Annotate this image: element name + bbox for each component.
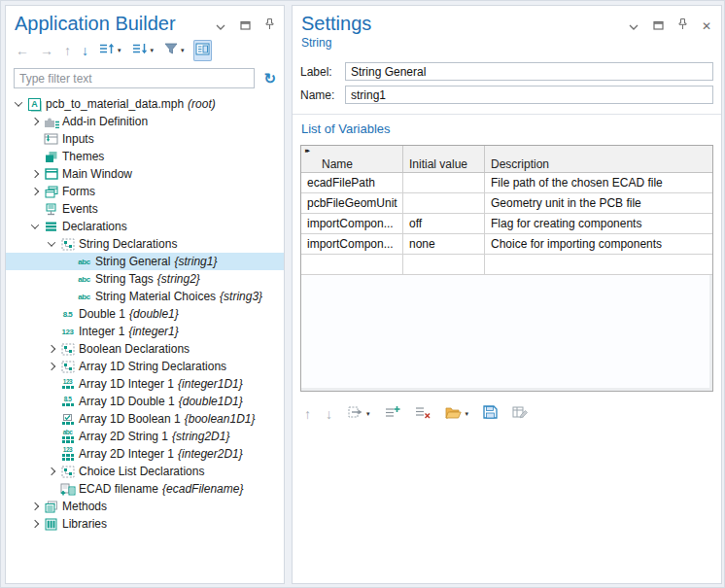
dropdown-caret-icon[interactable]: ▾ <box>151 47 155 54</box>
dropdown-caret-icon[interactable]: ▾ <box>181 47 185 54</box>
add-row-button[interactable] <box>383 403 402 425</box>
show-in-model-builder-button[interactable] <box>193 40 212 61</box>
expander-icon[interactable] <box>12 101 25 107</box>
tree-item[interactable]: Main Window <box>6 165 284 183</box>
name-input[interactable] <box>345 86 713 104</box>
tree-item[interactable]: Add-in Definition <box>6 113 284 130</box>
tree-item-label: String Material Choices <box>95 290 216 303</box>
table-cell[interactable]: Flag for creating components <box>485 214 712 233</box>
forward-button[interactable]: → <box>38 40 55 61</box>
tree-item[interactable]: abcString Material Choices{string3} <box>6 288 284 305</box>
tree-item[interactable]: Array 1D Boolean 1{boolean1D1} <box>6 410 284 428</box>
tree-item[interactable]: 123Integer 1{integer1} <box>6 323 284 340</box>
tree-item-label: String Tags <box>95 272 154 286</box>
expander-icon[interactable] <box>28 503 42 509</box>
settings-window-controls: ✕ <box>627 18 713 32</box>
tree-item[interactable]: Choice List Declarations <box>6 463 284 480</box>
load-from-file-button[interactable]: ▾ <box>443 403 471 425</box>
move-up-button[interactable]: ↑ <box>62 40 73 61</box>
tree-item-tag: {string2} <box>157 272 200 286</box>
tree-item[interactable]: String Declarations <box>6 235 284 253</box>
save-to-file-button[interactable] <box>481 403 500 425</box>
arrow-down-icon: ↓ <box>326 405 332 423</box>
tree-item[interactable]: 123Array 2D Integer 1{integer2D1} <box>6 445 284 463</box>
tree-item-tag: {double1} <box>129 307 179 321</box>
table-cell[interactable]: off <box>403 214 485 233</box>
table-cell[interactable]: ecadFilePath <box>301 173 403 192</box>
maximize-settings-button[interactable] <box>651 18 665 32</box>
expander-icon[interactable] <box>28 119 42 124</box>
tree-item[interactable]: Declarations <box>6 218 284 235</box>
expander-icon[interactable] <box>28 171 42 177</box>
tree-item-label: pcb_to_material_data.mph <box>46 97 184 111</box>
expander-icon[interactable] <box>28 521 42 527</box>
collapse-panel-button[interactable] <box>214 18 227 32</box>
table-cell[interactable] <box>301 255 403 274</box>
column-header: Description <box>485 146 712 172</box>
section-divider <box>293 114 721 115</box>
filter-nodes-button[interactable]: ▾ <box>162 40 187 61</box>
dropdown-caret-icon[interactable]: ▾ <box>366 410 370 418</box>
expand-all-button[interactable]: ▾ <box>97 40 123 61</box>
tree-item[interactable]: Array 1D String Declarations <box>6 358 284 375</box>
expander-icon[interactable] <box>28 189 42 194</box>
close-settings-button[interactable]: ✕ <box>700 18 713 32</box>
table-cell[interactable]: File path of the chosen ECAD file <box>485 173 712 192</box>
table-cell[interactable]: importCompon... <box>301 214 403 233</box>
table-cell[interactable]: pcbFileGeomUnit <box>301 193 403 213</box>
tree-item[interactable]: 8.5Array 1D Double 1{double1D1} <box>6 393 284 410</box>
tree-item[interactable]: Libraries <box>6 515 284 533</box>
move-down-button[interactable]: ↓ <box>80 40 90 61</box>
collapse-all-button[interactable]: ▾ <box>130 40 156 61</box>
expander-icon[interactable] <box>45 346 58 352</box>
table-cell[interactable] <box>485 255 712 274</box>
table-cell[interactable]: Geometry unit in the PCB file <box>485 193 712 213</box>
table-cell[interactable] <box>403 173 485 192</box>
tree-item-tag: {boolean1D1} <box>185 412 256 426</box>
expander-icon[interactable] <box>45 468 58 474</box>
table-cell[interactable] <box>403 193 485 213</box>
tree-item[interactable]: abcString General{string1} <box>6 253 284 270</box>
collapse-settings-button[interactable] <box>627 18 640 32</box>
row-move-up-button[interactable]: ↑ <box>302 403 313 425</box>
tree-item[interactable]: Inputs <box>6 130 284 148</box>
chevron-down-icon <box>629 17 639 34</box>
tree-item[interactable]: abcString Tags{string2} <box>6 270 284 288</box>
expander-icon[interactable] <box>45 363 58 369</box>
dropdown-caret-icon[interactable]: ▾ <box>118 47 121 54</box>
tree-item[interactable]: Methods <box>6 498 284 515</box>
tree-item[interactable]: 123Array 1D Integer 1{integer1D1} <box>6 375 284 393</box>
delete-row-button[interactable] <box>413 403 432 425</box>
table-edit-icon <box>512 405 528 423</box>
back-button[interactable]: ← <box>14 40 31 61</box>
tree-item[interactable]: Apcb_to_material_data.mph(root) <box>6 95 284 113</box>
expander-icon[interactable] <box>28 224 42 229</box>
tree-item[interactable]: Boolean Declarations <box>6 340 284 358</box>
pin-icon <box>678 17 687 34</box>
refresh-icon[interactable]: ↻ <box>263 71 276 86</box>
tree-item[interactable]: 8.5Double 1{double1} <box>6 305 284 323</box>
table-cell[interactable]: none <box>403 234 485 254</box>
table-cell[interactable] <box>403 255 485 274</box>
move-into-button[interactable]: ▾ <box>345 403 372 425</box>
filter-input[interactable] <box>14 68 255 88</box>
tree-item[interactable]: Themes <box>6 148 284 165</box>
pin-settings-button[interactable] <box>675 18 689 32</box>
edit-table-button[interactable] <box>510 403 530 425</box>
tree-item[interactable]: ECAD filename{ecadFilename} <box>6 480 284 498</box>
table-cell[interactable]: importCompon... <box>301 234 403 254</box>
maximize-panel-button[interactable] <box>238 18 252 32</box>
dropdown-caret-icon[interactable]: ▾ <box>466 410 469 418</box>
table-cell[interactable]: Choice for importing components <box>485 234 712 254</box>
tree-item-label: Array 1D Boolean 1 <box>79 412 181 426</box>
tree-item[interactable]: abcArray 2D String 1{string2D1} <box>6 428 284 445</box>
label-input[interactable] <box>345 62 713 81</box>
pin-panel-button[interactable] <box>262 18 276 32</box>
application-file-icon: A <box>25 98 44 111</box>
tree-item[interactable]: Events <box>6 200 284 218</box>
row-move-down-button[interactable]: ↓ <box>324 403 334 425</box>
tree-item[interactable]: Forms <box>6 183 284 200</box>
events-icon <box>42 203 60 216</box>
column-header: Name <box>301 146 403 172</box>
expander-icon[interactable] <box>45 241 58 247</box>
